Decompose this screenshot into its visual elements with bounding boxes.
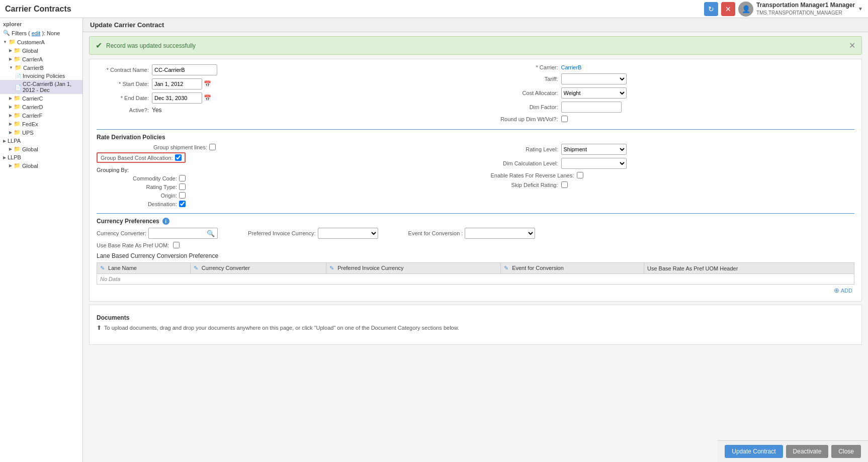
sidebar-item-global3[interactable]: ▶ 📁 Global — [0, 161, 82, 170]
carrier-label: * Carrier: — [491, 64, 561, 70]
currency-converter-search-button[interactable]: 🔍 — [205, 230, 216, 237]
sidebar-label: CarrierC — [22, 96, 43, 102]
active-row: Active?: Yes — [97, 107, 461, 114]
folder-icon: 📁 — [15, 64, 22, 71]
preferred-invoice-label: Preferred Invoice Currency: — [248, 230, 316, 236]
dim-factor-input[interactable] — [561, 102, 622, 113]
folder-icon: 📁 — [14, 121, 21, 127]
close-button[interactable]: Close — [831, 445, 861, 458]
sidebar-item-global1[interactable]: ▶ 📁 Global — [0, 46, 82, 55]
close-banner-button[interactable]: ✕ — [849, 41, 855, 50]
table-edit-icon[interactable]: ✎ — [100, 265, 105, 271]
app-title: Carrier Contracts — [5, 5, 71, 14]
currency-converter-group: Currency Converter: 🔍 — [97, 228, 218, 239]
use-base-rate-label: Use Base Rate As Pref UOM: — [97, 242, 169, 248]
add-button[interactable]: ⊕ ADD — [97, 285, 854, 296]
col-header-lane-name: ✎ Lane Name — [97, 263, 191, 274]
round-up-checkbox[interactable] — [561, 116, 568, 122]
end-date-calendar-icon[interactable]: 📅 — [204, 95, 211, 102]
sidebar-item-ups[interactable]: ▶ 📁 UPS — [0, 128, 82, 137]
use-base-rate-checkbox[interactable] — [173, 242, 180, 248]
cost-allocator-select[interactable]: Weight — [561, 87, 627, 99]
triangle-icon: ▼ — [3, 40, 7, 44]
enable-reverse-checkbox[interactable] — [577, 172, 583, 178]
currency-converter-input[interactable] — [150, 228, 205, 238]
group-based-cost-checkbox[interactable] — [175, 154, 182, 161]
sidebar-label: CarrierB — [23, 65, 44, 71]
destination-checkbox[interactable] — [179, 201, 186, 207]
group-shipment-checkbox[interactable] — [209, 144, 216, 150]
triangle-icon: ▶ — [9, 96, 12, 101]
event-for-conversion-select[interactable] — [465, 228, 535, 239]
sidebar-item-fedex[interactable]: ▶ 📁 FedEx — [0, 120, 82, 128]
sidebar-item-global2[interactable]: ▶ 📁 Global — [0, 145, 82, 153]
sidebar-item-carrierB[interactable]: ▼ 📁 CarrierB — [0, 63, 82, 72]
contract-name-input[interactable] — [152, 64, 217, 75]
currency-converter-input-wrapper: 🔍 — [148, 228, 218, 239]
grouping-by-row: Grouping By: — [97, 167, 461, 173]
currency-prefs-header: Currency Preferences i — [97, 218, 854, 225]
sidebar: xplorer 🔍 Filters ( edit ): None ▼ 📁 Cus… — [0, 18, 83, 462]
start-date-row: * Start Date: 📅 — [97, 78, 461, 89]
origin-row: Origin: — [97, 192, 461, 199]
col-header-use-base-rate: Use Base Rate As Pref UOM Header — [644, 263, 854, 274]
section-divider-1 — [97, 129, 854, 130]
round-up-label: Round up Dim Wt/Vol?: — [491, 116, 561, 122]
update-contract-button[interactable]: Update Contract — [725, 445, 783, 458]
end-date-input[interactable] — [152, 93, 202, 104]
sidebar-label: CarrierD — [22, 104, 43, 110]
dim-factor-label: Dim Factor: — [491, 104, 561, 110]
sidebar-item-llpb[interactable]: ▶ LLPB — [0, 153, 82, 161]
folder-icon: 📁 — [14, 162, 21, 169]
sidebar-item-carrierC[interactable]: ▶ 📁 CarrierC — [0, 94, 82, 103]
end-date-row: * End Date: 📅 — [97, 93, 461, 104]
commodity-code-label: Commodity Code: — [112, 175, 177, 181]
sidebar-item-carrierD[interactable]: ▶ 📁 CarrierD — [0, 103, 82, 111]
destination-label: Destination: — [112, 201, 177, 207]
rate-derivation-heading: Rate Derivation Policies — [97, 134, 854, 141]
origin-checkbox[interactable] — [179, 192, 186, 199]
file-icon: 📄 — [15, 73, 21, 79]
content-area: Update Carrier Contract ✔ Record was upd… — [83, 18, 868, 462]
skip-deficit-checkbox[interactable] — [561, 181, 568, 188]
filter-edit-link[interactable]: edit — [32, 30, 41, 36]
user-menu[interactable]: 👤 Transportation Manager1 Manager TMS.TR… — [738, 2, 863, 17]
app-header: Carrier Contracts ↻ ✕ 👤 Transportation M… — [0, 0, 868, 18]
currency-converter-label: Currency Converter: — [97, 230, 146, 236]
refresh-button[interactable]: ↻ — [704, 2, 718, 16]
user-name: Transportation Manager1 Manager — [756, 2, 855, 10]
filter-label: Filters — [12, 30, 27, 36]
sidebar-item-carrierA[interactable]: ▶ 📁 CarrierA — [0, 55, 82, 63]
sidebar-item-carrierF[interactable]: ▶ 📁 CarrierF — [0, 111, 82, 120]
info-icon[interactable]: i — [162, 218, 169, 225]
sidebar-item-llpa[interactable]: ▶ LLPA — [0, 137, 82, 145]
folder-icon: 📁 — [14, 146, 21, 152]
rating-type-label: Rating Type: — [112, 184, 177, 190]
currency-prefs-label: Currency Preferences — [97, 218, 159, 225]
sidebar-label: LLPB — [8, 154, 21, 160]
rating-type-checkbox[interactable] — [179, 183, 186, 190]
rating-level-select[interactable]: Shipment — [561, 144, 627, 155]
section-divider-2 — [97, 213, 854, 214]
table-edit-icon4[interactable]: ✎ — [504, 265, 508, 271]
group-shipment-label: Group shipment lines: — [97, 144, 207, 150]
start-date-calendar-icon[interactable]: 📅 — [204, 80, 211, 87]
deactivate-button[interactable]: Deactivate — [786, 445, 829, 458]
start-date-input[interactable] — [152, 78, 202, 89]
table-edit-icon3[interactable]: ✎ — [329, 265, 334, 271]
triangle-icon: ▶ — [9, 130, 12, 135]
success-banner-left: ✔ Record was updated successfully — [96, 41, 196, 50]
preferred-invoice-select[interactable] — [318, 228, 378, 239]
sidebar-item-customerA[interactable]: ▼ 📁 CustomerA — [0, 38, 82, 46]
tariff-select[interactable] — [561, 73, 627, 84]
dim-calc-select[interactable] — [561, 158, 627, 169]
sidebar-item-invoicing[interactable]: 📄 Invoicing Policies — [0, 72, 82, 80]
table-edit-icon2[interactable]: ✎ — [194, 265, 198, 271]
upload-hint-text: To upload documents, drag and drop your … — [104, 325, 459, 331]
preferred-invoice-group: Preferred Invoice Currency: — [248, 228, 378, 239]
form-left-col: * Contract Name: * Start Date: 📅 * End D… — [97, 64, 461, 125]
header-close-button[interactable]: ✕ — [721, 2, 735, 16]
commodity-code-checkbox[interactable] — [179, 175, 186, 181]
triangle-icon: ▶ — [9, 147, 12, 151]
sidebar-item-cc-carrierB[interactable]: 📄 CC-CarrierB (Jan 1, 2012 - Dec — [0, 80, 82, 94]
